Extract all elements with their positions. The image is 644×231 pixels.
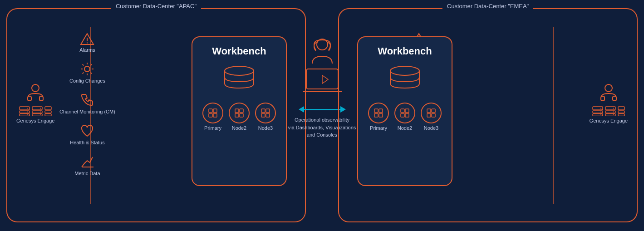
node2-emea: Node2	[394, 103, 415, 131]
emea-label: Customer Data-Center "EMEA"	[442, 3, 533, 10]
svg-point-19	[87, 42, 88, 43]
svg-rect-29	[235, 113, 239, 117]
node-circle-2-apac	[229, 103, 250, 123]
svg-point-6	[27, 108, 28, 109]
workbench-box-apac: Workbench	[192, 36, 287, 186]
headset-icon-apac	[25, 82, 46, 103]
datacenter-emea: Customer Data-Center "EMEA"	[338, 8, 638, 222]
svg-rect-56	[618, 114, 624, 116]
svg-point-13	[40, 112, 41, 113]
node-label-2-emea: Node2	[398, 125, 412, 131]
server-icon	[618, 106, 625, 116]
arrow-line	[304, 109, 340, 110]
health-apac: Health & Status	[59, 123, 115, 145]
channel-label-apac: Channel Monitoring (CM)	[59, 109, 115, 114]
server-icon	[32, 106, 43, 116]
node-primary-apac: Primary	[202, 103, 223, 131]
laptop-icon	[302, 65, 343, 97]
svg-point-14	[40, 114, 41, 115]
svg-rect-54	[618, 107, 624, 110]
svg-rect-69	[405, 113, 409, 117]
config-label-apac: Config Changes	[69, 78, 105, 84]
emea-nodes: Primary Node2	[368, 103, 442, 131]
svg-rect-27	[235, 109, 239, 113]
svg-point-51	[613, 108, 614, 109]
svg-rect-32	[266, 109, 270, 113]
svg-rect-40	[601, 96, 605, 101]
node-circle-3-emea	[421, 103, 442, 123]
svg-point-39	[605, 84, 612, 92]
svg-point-7	[27, 112, 28, 113]
svg-rect-41	[613, 96, 616, 101]
svg-rect-17	[45, 114, 51, 116]
svg-rect-31	[261, 109, 265, 113]
svg-rect-71	[432, 109, 435, 113]
gear-icon-apac	[79, 61, 95, 77]
node-label-primary-emea: Primary	[370, 125, 387, 131]
support-agent-icon	[304, 36, 340, 68]
workbench-title-apac: Workbench	[212, 45, 266, 57]
svg-rect-30	[240, 113, 243, 117]
genesys-engage-apac: Genesys Engage	[16, 82, 54, 123]
svg-rect-67	[405, 109, 409, 113]
node3-apac: Node3	[255, 103, 276, 131]
datacenter-apac: Customer Data-Center "APAC"	[6, 8, 306, 222]
server-icon	[605, 106, 616, 116]
node2-apac: Node2	[229, 103, 250, 131]
apac-side-items: Alarms Config Changes Channel Monitoring…	[59, 32, 115, 176]
svg-point-0	[32, 84, 39, 92]
phone-icon-apac	[79, 92, 95, 108]
svg-rect-15	[45, 107, 51, 110]
svg-rect-16	[45, 111, 51, 113]
headset-icon-emea	[598, 82, 619, 103]
genesys-label-apac: Genesys Engage	[16, 118, 54, 123]
svg-rect-2	[39, 96, 43, 101]
svg-point-8	[27, 114, 28, 115]
svg-rect-73	[432, 113, 435, 117]
stack-icon-apac	[221, 64, 257, 93]
svg-point-12	[40, 108, 41, 109]
node-circle-primary-emea	[368, 103, 389, 123]
svg-rect-25	[209, 113, 212, 117]
svg-rect-34	[266, 113, 270, 117]
svg-marker-38	[322, 75, 328, 84]
workbench-title-emea: Workbench	[378, 45, 432, 57]
node3-emea: Node3	[421, 103, 442, 131]
node-label-primary-apac: Primary	[204, 125, 221, 131]
node-circle-primary-apac	[202, 103, 223, 123]
svg-rect-26	[213, 113, 217, 117]
server-icon	[592, 106, 603, 116]
channel-apac: Channel Monitoring (CM)	[59, 92, 115, 114]
node-label-3-apac: Node3	[258, 125, 273, 131]
emea-divider	[553, 27, 554, 204]
genesys-label-emea: Genesys Engage	[590, 118, 628, 123]
svg-rect-1	[28, 96, 31, 101]
genesys-engage-emea: Genesys Engage	[590, 82, 628, 123]
apac-nodes: Primary Node2	[202, 103, 276, 131]
svg-rect-63	[379, 109, 383, 113]
svg-rect-33	[261, 113, 265, 117]
metric-apac: Metric Data	[59, 153, 115, 176]
alarm-icon-apac	[79, 32, 95, 46]
apac-label: Customer Data-Center "APAC"	[111, 3, 201, 10]
svg-point-22	[225, 66, 254, 75]
node-label-2-apac: Node2	[232, 125, 246, 131]
alarms-apac: Alarms	[59, 32, 115, 53]
svg-rect-65	[379, 113, 383, 117]
node-primary-emea: Primary	[368, 103, 389, 131]
svg-rect-72	[427, 113, 431, 117]
server-icon	[44, 106, 52, 116]
svg-point-45	[600, 108, 601, 109]
svg-rect-28	[240, 109, 243, 113]
workbench-box-emea: Workbench	[357, 36, 452, 186]
arrow-left	[299, 106, 304, 113]
server-icon	[19, 106, 30, 116]
node-circle-2-emea	[394, 103, 415, 123]
svg-rect-62	[374, 109, 378, 113]
svg-point-47	[600, 114, 601, 115]
health-label-apac: Health & Status	[70, 140, 104, 145]
svg-point-53	[613, 114, 614, 115]
alarms-label-apac: Alarms	[79, 47, 95, 53]
chart-icon-apac	[79, 153, 95, 170]
metric-label-apac: Metric Data	[74, 171, 100, 176]
